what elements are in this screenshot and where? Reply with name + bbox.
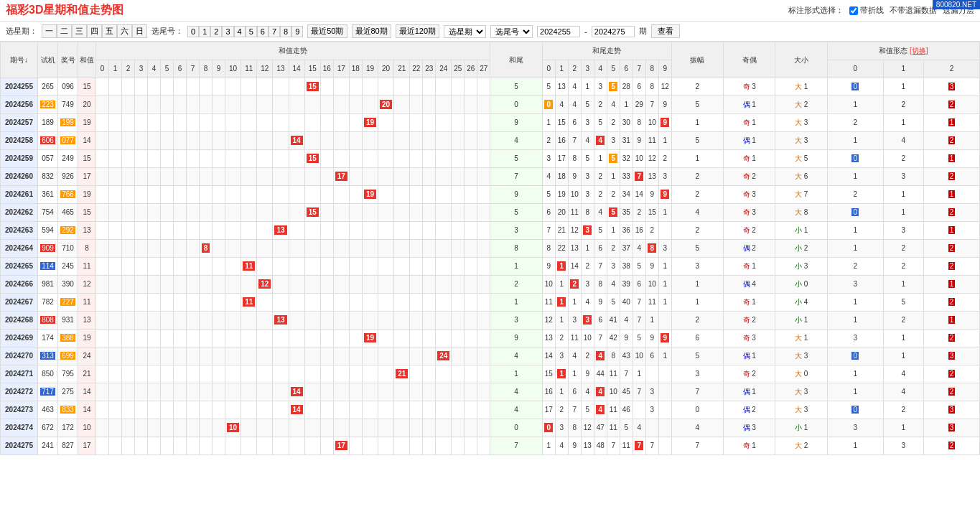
cell-hezhi-trend-13	[273, 150, 289, 168]
cell-hezhi-trend-13	[273, 401, 289, 419]
tail-btn-4[interactable]: 4	[234, 26, 246, 37]
cell-zhenji: 4	[671, 204, 723, 222]
week-btn-二[interactable]: 二	[57, 24, 72, 38]
week-btn-五[interactable]: 五	[102, 24, 117, 38]
cell-hezhi-trend-24	[436, 240, 452, 258]
cell-hezhi-trend-26	[465, 383, 477, 401]
checkbox-polyline[interactable]: 带折线	[849, 5, 884, 16]
cell-hezhi-trend-24	[436, 222, 452, 240]
cell-hewei-trend-5: 5	[607, 78, 620, 96]
cell-hewei-trend-0: 1	[542, 437, 555, 455]
btn-80[interactable]: 最近80期	[352, 24, 391, 38]
cell-qihao: 2024269	[1, 330, 38, 347]
cell-hezhi-trend-2	[122, 132, 135, 150]
cell-hewei-trend-0: 5	[542, 186, 555, 204]
tail-btn-3[interactable]: 3	[222, 26, 233, 37]
tail-btn-9[interactable]: 9	[291, 26, 303, 37]
tail-btn-0[interactable]: 0	[187, 26, 199, 37]
cell-hezhi-trend-7	[187, 419, 200, 437]
cell-road-2: 3	[924, 78, 980, 96]
cell-hezhi-trend-13	[273, 347, 289, 365]
cell-hewei-trend-3: 1	[581, 240, 594, 258]
polyline-checkbox[interactable]	[849, 6, 858, 15]
cell-hezhi-trend-5	[161, 419, 174, 437]
cell-hezhi-trend-11	[241, 276, 257, 294]
cell-hewei-trend-8	[645, 419, 658, 437]
cell-hezhi-trend-9	[213, 222, 225, 240]
cell-hezhi-trend-12	[257, 294, 273, 312]
week-btn-三[interactable]: 三	[72, 24, 87, 38]
period-start-input[interactable]	[537, 26, 580, 37]
cell-hezhi-trend-6	[174, 401, 187, 419]
cell-hewei-trend-0: 3	[542, 150, 555, 168]
table-row: 2024275241827171771491348711777奇 1大 2132	[1, 437, 980, 455]
cell-hezhi-trend-6	[174, 258, 187, 276]
cell-hezhi-trend-8	[200, 204, 213, 222]
th-hezhi-25: 25	[452, 60, 465, 78]
cell-hewei-trend-5: 5	[607, 150, 620, 168]
week-btn-四[interactable]: 四	[87, 24, 102, 38]
btn-50[interactable]: 最近50期	[307, 24, 347, 38]
cell-hezhi-trend-25	[452, 114, 465, 132]
week-btn-日[interactable]: 日	[132, 24, 147, 38]
cell-hewei-trend-1: 1	[555, 365, 568, 383]
tail-btn-6[interactable]: 6	[257, 26, 269, 37]
cell-hewei-trend-4: 4	[594, 204, 607, 222]
week-btn-六[interactable]: 六	[117, 24, 132, 38]
cell-hewei-trend-5: 42	[607, 330, 620, 347]
th-jiou: 奇偶	[724, 42, 775, 78]
btn-120[interactable]: 最近120期	[396, 24, 439, 38]
cell-hezhi-trend-9	[213, 132, 225, 150]
period-end-input[interactable]	[592, 26, 635, 37]
cell-jianghao: 390	[58, 276, 78, 294]
cell-jiou: 奇 3	[724, 330, 775, 347]
cell-hezhi-trend-5	[161, 330, 174, 347]
cell-hezhi-trend-23	[423, 222, 436, 240]
cell-hezhi-trend-9	[213, 96, 225, 114]
tail-btn-5[interactable]: 5	[246, 26, 257, 37]
tail-btn-1[interactable]: 1	[199, 26, 210, 37]
cell-hezhi-trend-23	[423, 347, 436, 365]
cell-hezhi-trend-14	[289, 347, 304, 365]
query-button[interactable]: 查看	[651, 24, 680, 38]
cell-hezhi-trend-15	[304, 365, 320, 383]
tail-dropdown[interactable]: 选尾号	[490, 25, 533, 38]
cell-hezhi-trend-22	[410, 258, 423, 276]
week-dropdown[interactable]: 选星期	[444, 25, 486, 38]
cell-qihao: 2024258	[1, 132, 38, 150]
cell-hezhi-trend-16	[320, 312, 333, 330]
cell-road-2: 2	[924, 437, 980, 455]
cell-hezhi-trend-21	[394, 312, 410, 330]
cell-hewei-trend-5: 4	[607, 276, 620, 294]
table-row: 202426490971088882213162374835偶 2小 2122	[1, 240, 980, 258]
tail-btn-7[interactable]: 7	[269, 26, 280, 37]
cell-hewei-trend-9	[658, 401, 671, 419]
cell-shiji: 174	[38, 330, 58, 347]
cell-hezhi-trend-18	[349, 347, 362, 365]
cell-hezhi-trend-11	[241, 204, 257, 222]
cell-hezhi-trend-26	[465, 204, 477, 222]
tail-btn-8[interactable]: 8	[280, 26, 291, 37]
cell-hewei-trend-1: 2	[555, 330, 568, 347]
th-hezhi-6: 6	[174, 60, 187, 78]
cell-hewei-trend-8: 9	[645, 330, 658, 347]
cell-hezhi-trend-25	[452, 419, 465, 437]
cell-road-2: 1	[924, 114, 980, 132]
cell-hezhi-trend-27	[477, 312, 490, 330]
cell-hezhi-trend-10	[225, 168, 241, 186]
cell-hezhi-trend-3	[135, 150, 148, 168]
cell-hezhi-trend-20	[378, 419, 394, 437]
cell-road-2: 2	[924, 294, 980, 312]
cell-daxiao: 大 3	[775, 401, 827, 419]
cell-hezhi-val: 20	[78, 96, 96, 114]
cell-hewei-trend-0: 0	[542, 419, 555, 437]
week-btn-一[interactable]: 一	[42, 24, 57, 38]
tail-btn-2[interactable]: 2	[210, 26, 222, 37]
cell-hezhi-trend-3	[135, 96, 148, 114]
cell-hezhi-trend-27	[477, 132, 490, 150]
cell-hezhi-trend-23	[423, 258, 436, 276]
cell-hezhi-trend-0	[96, 258, 109, 276]
switch-link[interactable]: [切换]	[910, 47, 928, 55]
cell-road-1: 1	[883, 114, 923, 132]
cell-hezhi-trend-12	[257, 150, 273, 168]
